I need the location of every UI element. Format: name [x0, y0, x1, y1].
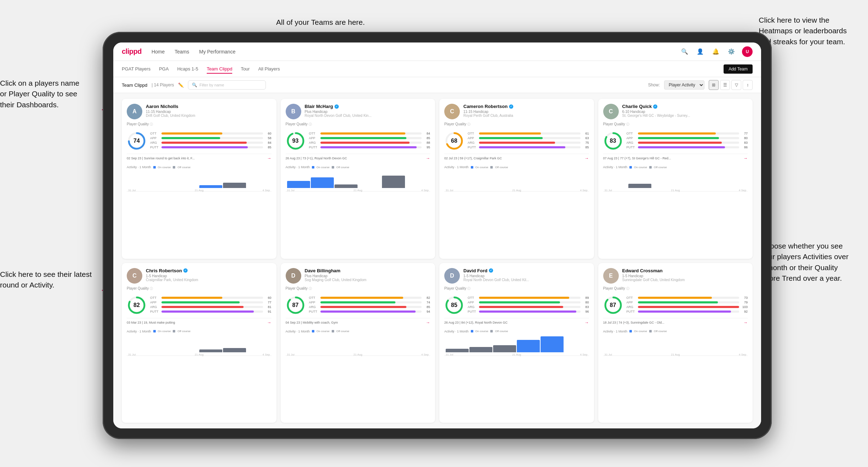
- player-card[interactable]: C Charlie Quick ✓ 6-10 Handicap St. Geor…: [598, 99, 753, 259]
- add-team-button[interactable]: Add Team: [724, 64, 753, 74]
- edit-icon[interactable]: ✏️: [178, 82, 184, 88]
- player-name[interactable]: Aaron Nicholls: [146, 104, 272, 109]
- mini-chart: 31 Jul21 Aug4 Sep: [444, 335, 589, 356]
- latest-round[interactable]: 02 Sep 23 | Sunrise round to get back in…: [127, 154, 272, 163]
- player-handicap: 1-5 Handicap: [146, 274, 272, 278]
- round-arrow[interactable]: →: [267, 320, 272, 325]
- player-card[interactable]: C Cameron Robertson ✓ 11-15 Handicap Roy…: [439, 99, 594, 259]
- off-course-legend: [649, 330, 652, 332]
- player-name[interactable]: Cameron Robertson ✓: [463, 104, 589, 109]
- round-arrow[interactable]: →: [426, 320, 430, 325]
- stats-bars: OTT 60 APP 77 ARG 81 PUTT 9: [150, 296, 272, 314]
- player-name[interactable]: Edward Crossman: [622, 268, 748, 273]
- mini-chart: 31 Jul21 Aug4 Sep: [127, 170, 272, 192]
- player-name[interactable]: David Ford ✓: [463, 268, 589, 273]
- verified-badge: ✓: [653, 104, 657, 109]
- latest-round[interactable]: 03 Mar 23 | 19, Must make putting →: [127, 318, 272, 327]
- circle-score[interactable]: 74: [127, 131, 147, 151]
- round-arrow[interactable]: →: [585, 156, 589, 161]
- chart-dates: 31 Jul21 Aug4 Sep: [444, 188, 589, 192]
- toolbar: Team Clippd | 14 Players ✏️ 🔍 Filter by …: [113, 77, 761, 93]
- stats-bars: OTT 84 APP 85 ARG 88 PUTT 9: [309, 132, 430, 150]
- subnav-pga[interactable]: PGA: [159, 65, 169, 74]
- player-club: Sunningdale Golf Club, United Kingdom: [622, 278, 748, 282]
- player-card[interactable]: E Edward Crossman 1-5 Handicap Sunningda…: [598, 263, 753, 423]
- stats-bars: OTT 77 APP 80 ARG 83 PUTT 8: [627, 132, 748, 150]
- latest-round[interactable]: 04 Sep 23 | Mobility with coach, Gym →: [286, 318, 430, 327]
- quality-section[interactable]: 83 OTT 77 APP 80 ARG 83: [603, 131, 748, 151]
- subnav-tour[interactable]: Tour: [241, 65, 250, 74]
- player-club: Drift Golf Club, United Kingdom: [146, 114, 272, 118]
- stat-row: APP 80: [627, 136, 748, 140]
- list-view-button[interactable]: ☰: [720, 80, 730, 90]
- player-card[interactable]: A Aaron Nicholls 11-15 Handicap Drift Go…: [122, 99, 276, 259]
- player-card[interactable]: C Chris Robertson ✓ 1-5 Handicap Craigmi…: [122, 263, 276, 423]
- round-arrow[interactable]: →: [426, 156, 430, 161]
- bell-icon[interactable]: 🔔: [711, 47, 721, 57]
- sort-button[interactable]: ↕: [743, 80, 753, 90]
- nav-my-performance[interactable]: My Performance: [199, 47, 235, 56]
- activity-label: Activity · 1 Month On course Off course: [127, 165, 272, 169]
- filter-button[interactable]: ▽: [731, 80, 741, 90]
- chart-dates: 31 Jul21 Aug4 Sep: [127, 352, 272, 356]
- mini-chart: 31 Jul21 Aug4 Sep: [603, 335, 748, 356]
- latest-round[interactable]: 18 Jul 23 | 74 (+3), Sunningdale GC - Ol…: [603, 318, 748, 327]
- round-arrow[interactable]: →: [267, 156, 272, 161]
- circle-score[interactable]: 87: [286, 295, 305, 315]
- grid-view-button[interactable]: ⊞: [709, 80, 719, 90]
- latest-round[interactable]: 26 Aug 23 | 84 (+12), Royal North Devon …: [444, 318, 589, 327]
- round-text: 03 Mar 23 | 19, Must make putting: [127, 321, 267, 324]
- player-name[interactable]: Charlie Quick ✓: [622, 104, 748, 109]
- nav-teams[interactable]: Teams: [175, 47, 189, 56]
- mini-chart: 31 Jul21 Aug4 Sep: [444, 170, 589, 192]
- search-icon[interactable]: 🔍: [680, 47, 690, 57]
- player-name[interactable]: Chris Robertson ✓: [146, 268, 272, 273]
- round-text: 26 Aug 23 | 73 (+1), Royal North Devon G…: [286, 156, 426, 160]
- circle-score[interactable]: 85: [444, 295, 464, 315]
- quality-section[interactable]: 68 OTT 61 APP 63 ARG 75: [444, 131, 589, 151]
- latest-round[interactable]: 26 Aug 23 | 73 (+1), Royal North Devon G…: [286, 154, 430, 163]
- search-box[interactable]: 🔍 Filter by name: [188, 80, 266, 90]
- circle-score[interactable]: 68: [444, 131, 464, 151]
- profile-icon[interactable]: 👤: [695, 47, 705, 57]
- player-name[interactable]: Blair McHarg ✓: [305, 104, 430, 109]
- chart-dates: 31 Jul21 Aug4 Sep: [286, 188, 430, 192]
- round-arrow[interactable]: →: [743, 156, 748, 161]
- player-handicap: 11-15 Handicap: [463, 110, 589, 114]
- quality-section[interactable]: 74 OTT 60 APP 58 ARG 84: [127, 131, 272, 151]
- subnav-hcaps[interactable]: Hcaps 1-5: [177, 65, 198, 74]
- quality-section[interactable]: 82 OTT 60 APP 77 ARG 81: [127, 295, 272, 315]
- annotation-top-right: Click here to view theHeatmaps or leader…: [759, 15, 847, 47]
- latest-round[interactable]: 02 Jul 23 | 59 (+17), Craigmillar Park G…: [444, 154, 589, 163]
- quality-section[interactable]: 85 OTT 89 APP 80 ARG 83: [444, 295, 589, 315]
- circle-score[interactable]: 83: [603, 131, 623, 151]
- subnav-all-players[interactable]: All Players: [258, 65, 280, 74]
- player-card[interactable]: D Dave Billingham Plus Handicap Sog Magi…: [281, 263, 435, 423]
- card-header: B Blair McHarg ✓ Plus Handicap Royal Nor…: [286, 104, 430, 119]
- stat-row: APP 58: [150, 136, 272, 140]
- player-info: Cameron Robertson ✓ 11-15 Handicap Royal…: [463, 104, 589, 118]
- round-arrow[interactable]: →: [743, 320, 748, 325]
- settings-icon[interactable]: ⚙️: [726, 47, 736, 57]
- stat-row: OTT 89: [468, 296, 589, 300]
- circle-score[interactable]: 87: [603, 295, 623, 315]
- stat-row: ARG 83: [468, 305, 589, 309]
- stat-row: ARG 103: [627, 305, 748, 309]
- verified-badge: ✓: [335, 104, 339, 109]
- circle-score[interactable]: 82: [127, 295, 147, 315]
- latest-round[interactable]: 07 Aug 23 | 77 (+7), St George's Hill GC…: [603, 154, 748, 163]
- circle-score[interactable]: 93: [286, 131, 305, 151]
- round-arrow[interactable]: →: [585, 320, 589, 325]
- player-card[interactable]: B Blair McHarg ✓ Plus Handicap Royal Nor…: [281, 99, 435, 259]
- quality-section[interactable]: 87 OTT 82 APP 74 ARG 85: [286, 295, 430, 315]
- player-name[interactable]: Dave Billingham: [305, 268, 430, 273]
- nav-home[interactable]: Home: [152, 47, 165, 56]
- player-club: Royal North Devon Golf Club, United Kil.…: [463, 278, 589, 282]
- quality-section[interactable]: 87 OTT 73 APP 79 ARG 103: [603, 295, 748, 315]
- subnav-pgat[interactable]: PGAT Players: [122, 65, 150, 74]
- quality-section[interactable]: 93 OTT 84 APP 85 ARG 88: [286, 131, 430, 151]
- user-avatar[interactable]: U: [742, 46, 753, 57]
- player-card[interactable]: D David Ford ✓ 1-5 Handicap Royal North …: [439, 263, 594, 423]
- show-select[interactable]: Player Activity: [664, 80, 704, 90]
- subnav-team-clippd[interactable]: Team Clippd: [207, 65, 232, 74]
